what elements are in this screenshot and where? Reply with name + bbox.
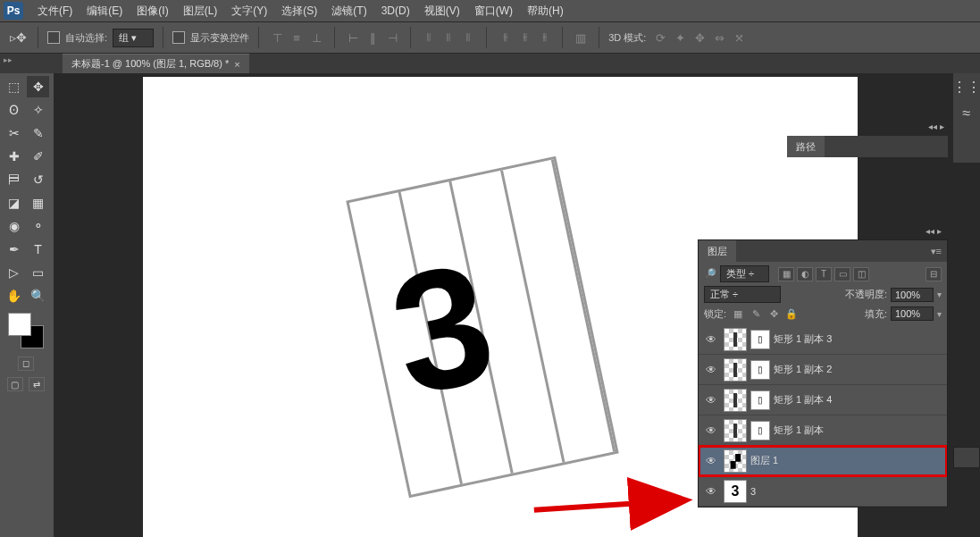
opacity-field[interactable]: 100% [891, 288, 934, 302]
menu-edit[interactable]: 编辑(E) [80, 4, 130, 19]
brush-tool-icon[interactable]: ✐ [27, 146, 49, 167]
scale-3d-icon[interactable]: ⤧ [730, 29, 748, 46]
blur-tool-icon[interactable]: ◉ [3, 215, 25, 237]
visibility-eye-icon[interactable]: 👁 [702, 364, 720, 376]
adjustments-dock-icon[interactable]: ≈ [953, 100, 980, 127]
filter-smart-icon[interactable]: ◫ [853, 267, 869, 281]
lock-position-icon[interactable]: ✥ [766, 306, 782, 321]
mini-dock-icon[interactable] [953, 447, 980, 468]
close-doc-icon[interactable]: × [234, 59, 239, 70]
healing-tool-icon[interactable]: ✚ [3, 146, 25, 167]
distribute-icon[interactable]: ⫴ [459, 29, 477, 46]
menu-3d[interactable]: 3D(D) [374, 4, 417, 17]
quickmask-toggle-icon[interactable]: ◻ [18, 357, 34, 371]
layer-mask-thumb[interactable]: ▯ [750, 421, 770, 441]
auto-select-dropdown[interactable]: 组 ▾ [113, 29, 154, 47]
layer-row[interactable]: 👁 3 3 [699, 476, 947, 507]
lock-pixels-icon[interactable]: ✎ [748, 306, 764, 321]
layer-row[interactable]: 👁 ▯ 矩形 1 副本 3 [699, 324, 947, 355]
menu-window[interactable]: 窗口(W) [467, 4, 520, 19]
swatches-dock-icon[interactable]: ⋮⋮ [953, 73, 980, 100]
layer-row[interactable]: 👁 ▯ 矩形 1 副本 [699, 415, 947, 446]
magic-wand-tool-icon[interactable]: ✧ [27, 99, 49, 121]
menu-layer[interactable]: 图层(L) [176, 4, 225, 19]
align-center-icon[interactable]: ‖ [364, 29, 381, 46]
screenmode-icon[interactable]: ▢ [7, 377, 23, 391]
history-brush-tool-icon[interactable]: ↺ [27, 169, 49, 190]
fill-dropdown-icon[interactable]: ▾ [937, 309, 942, 319]
panel-flyout-icon[interactable]: ▾≡ [931, 246, 947, 257]
align-left-icon[interactable]: ⊢ [344, 29, 362, 46]
layer-row[interactable]: 👁 ▯ 矩形 1 副本 4 [699, 385, 947, 415]
layer-thumb[interactable] [724, 389, 747, 412]
orbit-3d-icon[interactable]: ⟳ [651, 29, 669, 46]
opacity-dropdown-icon[interactable]: ▾ [937, 289, 942, 299]
layer-thumb[interactable] [724, 328, 747, 351]
crop-tool-icon[interactable]: ✂ [3, 122, 25, 144]
filter-shape-icon[interactable]: ▭ [834, 267, 850, 281]
distribute-icon[interactable]: ⫵ [496, 29, 514, 46]
align-middle-icon[interactable]: ≡ [288, 29, 306, 46]
menu-filter[interactable]: 滤镜(T) [324, 4, 373, 19]
filter-type-icon[interactable]: T [816, 267, 832, 281]
show-transform-checkbox[interactable] [172, 31, 185, 44]
layer-mask-thumb[interactable]: ▯ [750, 390, 770, 410]
visibility-eye-icon[interactable]: 👁 [702, 333, 720, 346]
filter-toggle-icon[interactable]: ⊟ [926, 267, 942, 281]
visibility-eye-icon[interactable]: 👁 [702, 424, 720, 437]
type-tool-icon[interactable]: T [27, 239, 49, 260]
marquee-tool-icon[interactable]: ⬚ [3, 76, 25, 97]
dodge-tool-icon[interactable]: ⚬ [27, 215, 49, 237]
layers-tab[interactable]: 图层 [699, 240, 736, 262]
menu-select[interactable]: 选择(S) [274, 4, 324, 19]
filter-pixel-icon[interactable]: ▦ [778, 267, 794, 281]
move-tool-icon[interactable]: ✥ [27, 76, 49, 97]
visibility-eye-icon[interactable]: 👁 [702, 455, 720, 467]
color-swatch[interactable] [8, 313, 44, 348]
auto-select-checkbox[interactable] [47, 31, 60, 44]
lock-all-icon[interactable]: 🔒 [783, 306, 800, 321]
eyedropper-tool-icon[interactable]: ✎ [27, 122, 49, 144]
layer-row[interactable]: 👁 ▯ 矩形 1 副本 2 [699, 355, 947, 385]
align-right-icon[interactable]: ⊣ [383, 29, 401, 46]
align-top-icon[interactable]: ⊤ [268, 29, 286, 46]
document-tab[interactable]: 未标题-1 @ 100% (图层 1, RGB/8) * × [63, 54, 249, 73]
panel-collapse-icon[interactable]: ◂◂ ▸ [928, 122, 944, 131]
panel-collapse-icon[interactable]: ◂◂ ▸ [926, 226, 942, 236]
layer-mask-thumb[interactable]: ▯ [750, 360, 770, 380]
pen-tool-icon[interactable]: ✒ [3, 239, 25, 260]
menu-type[interactable]: 文字(Y) [224, 4, 274, 19]
slide-3d-icon[interactable]: ⇔ [710, 29, 728, 46]
menu-help[interactable]: 帮助(H) [520, 4, 571, 19]
layer-thumb[interactable] [724, 419, 747, 442]
auto-align-icon[interactable]: ▥ [572, 29, 590, 46]
layer-thumb[interactable]: 3 [724, 480, 747, 503]
distribute-icon[interactable]: ⫴ [440, 29, 457, 46]
distribute-icon[interactable]: ⫴ [420, 29, 438, 46]
visibility-eye-icon[interactable]: 👁 [702, 394, 720, 407]
layer-thumb[interactable]: ▞ [724, 449, 747, 473]
gradient-tool-icon[interactable]: ▦ [27, 192, 49, 214]
blend-mode-dropdown[interactable]: 正常 ÷ [704, 286, 781, 303]
eraser-tool-icon[interactable]: ◪ [3, 192, 25, 214]
filter-kind-dropdown[interactable]: 类型 ÷ [720, 265, 769, 282]
path-select-tool-icon[interactable]: ▷ [3, 262, 25, 283]
distribute-icon[interactable]: ⫵ [535, 29, 553, 46]
dock-expand-icon[interactable]: ▸▸ [4, 55, 13, 64]
paths-tab[interactable]: 路径 [787, 136, 825, 157]
stamp-tool-icon[interactable]: ⛿ [3, 169, 25, 190]
layer-mask-thumb[interactable]: ▯ [750, 330, 770, 349]
screenmode-icon[interactable]: ⇄ [29, 377, 45, 391]
shape-tool-icon[interactable]: ▭ [27, 262, 49, 283]
lasso-tool-icon[interactable]: ʘ [3, 99, 25, 121]
hand-tool-icon[interactable]: ✋ [3, 285, 25, 306]
foreground-color[interactable] [8, 313, 31, 336]
zoom-tool-icon[interactable]: 🔍 [27, 285, 49, 306]
align-bottom-icon[interactable]: ⊥ [307, 29, 325, 46]
menu-image[interactable]: 图像(I) [130, 4, 175, 19]
distribute-icon[interactable]: ⫵ [515, 29, 533, 46]
menu-file[interactable]: 文件(F) [30, 4, 80, 19]
pan-3d-icon[interactable]: ✥ [691, 29, 708, 46]
lock-transparent-icon[interactable]: ▦ [730, 306, 746, 321]
filter-adjust-icon[interactable]: ◐ [797, 267, 813, 281]
